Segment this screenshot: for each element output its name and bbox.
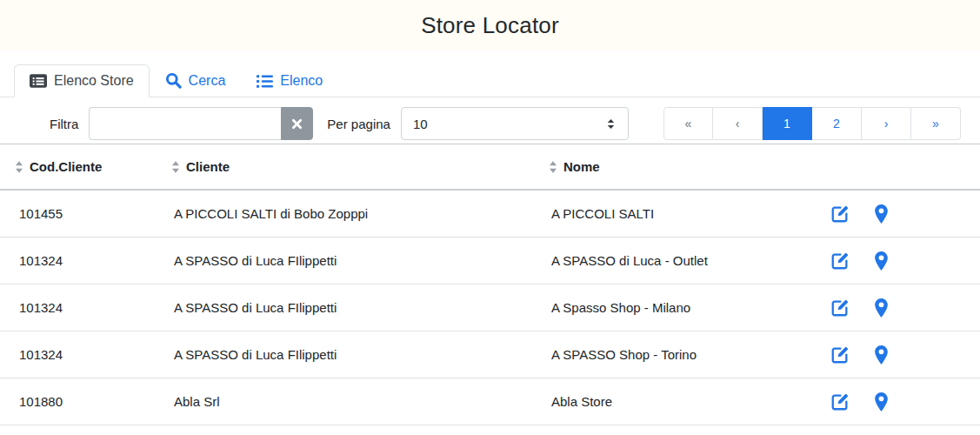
cell-nome: A SPASSO di Luca - Outlet	[532, 253, 813, 268]
map-marker-button[interactable]	[874, 392, 889, 412]
map-marker-icon	[874, 392, 889, 412]
table-header-row: Cod.Cliente Cliente Nome	[0, 144, 980, 191]
map-marker-icon	[874, 251, 889, 271]
cell-cod-cliente: 101324	[0, 347, 155, 362]
cell-cliente: Abla Srl	[155, 394, 532, 409]
column-header-cliente[interactable]: Cliente	[155, 159, 532, 174]
edit-button[interactable]	[830, 345, 850, 365]
pagination-prev-button: ‹	[713, 107, 763, 140]
store-table: Cod.Cliente Cliente Nome 101455 A	[0, 144, 980, 425]
filter-input-group	[89, 107, 313, 140]
column-label: Nome	[563, 159, 600, 174]
edit-icon	[830, 345, 850, 365]
per-page-label: Per pagina	[327, 117, 390, 131]
page-header: Store Locator	[0, 0, 980, 50]
column-header-cod-cliente[interactable]: Cod.Cliente	[0, 159, 155, 174]
pagination-page-1-button[interactable]: 1	[763, 107, 812, 140]
x-icon	[291, 118, 303, 130]
search-icon	[165, 72, 182, 89]
table-row: 101324 A SPASSO di Luca FIlippetti A SPA…	[0, 331, 980, 378]
table-body: 101455 A PICCOLI SALTI di Bobo Zopppi A …	[0, 191, 980, 425]
up-down-arrows-icon	[605, 117, 617, 130]
map-marker-icon	[874, 345, 889, 365]
tab-cerca[interactable]: Cerca	[150, 64, 242, 97]
row-actions	[813, 345, 980, 365]
column-label: Cliente	[186, 159, 230, 174]
list-icon	[257, 74, 273, 89]
cell-nome: A SPASSO Shop - Torino	[532, 347, 813, 362]
map-marker-button[interactable]	[874, 251, 889, 271]
table-row: 101324 A SPASSO di Luca FIlippetti A Spa…	[0, 284, 980, 331]
cell-nome: Abla Store	[532, 394, 813, 409]
pagination-next-button[interactable]: ›	[862, 107, 911, 140]
pagination-page-2-button[interactable]: 2	[812, 107, 862, 140]
cell-cod-cliente: 101324	[0, 300, 155, 315]
pagination: « ‹ 1 2 › »	[663, 107, 961, 140]
cell-cliente: A PICCOLI SALTI di Bobo Zopppi	[155, 206, 532, 221]
tab-bar: Elenco Store Cerca Elenco	[0, 61, 980, 97]
filter-label: Filtra	[50, 117, 78, 131]
sort-arrows-icon	[14, 160, 24, 174]
edit-icon	[830, 204, 850, 224]
per-page-select[interactable]: 10	[401, 107, 629, 140]
map-marker-icon	[874, 298, 889, 318]
table-controls: Filtra Per pagina 10 « ‹ 1 2 › »	[0, 107, 980, 140]
edit-icon	[830, 251, 850, 271]
cell-cod-cliente: 101455	[0, 206, 155, 221]
table-row: 101880 Abla Srl Abla Store	[0, 378, 980, 425]
cell-cliente: A SPASSO di Luca FIlippetti	[155, 347, 532, 362]
tab-elenco-store[interactable]: Elenco Store	[14, 64, 150, 97]
tab-label: Elenco Store	[54, 73, 134, 89]
tab-elenco[interactable]: Elenco	[241, 64, 338, 97]
map-marker-button[interactable]	[874, 204, 889, 224]
sort-arrows-icon	[548, 160, 558, 174]
filter-input[interactable]	[89, 107, 281, 140]
tab-label: Cerca	[189, 73, 226, 89]
cell-cod-cliente: 101324	[0, 253, 155, 268]
map-marker-icon	[874, 204, 889, 224]
sort-arrows-icon	[170, 160, 181, 174]
cell-cliente: A SPASSO di Luca FIlippetti	[155, 253, 532, 268]
cell-nome: A PICCOLI SALTI	[532, 206, 813, 221]
clear-filter-button[interactable]	[281, 107, 313, 140]
cell-cod-cliente: 101880	[0, 394, 155, 409]
edit-button[interactable]	[830, 251, 850, 271]
edit-button[interactable]	[830, 298, 850, 318]
edit-icon	[830, 392, 850, 412]
column-label: Cod.Cliente	[30, 159, 102, 174]
tab-label: Elenco	[280, 73, 323, 89]
cell-cliente: A SPASSO di Luca FIlippetti	[155, 300, 532, 315]
column-header-nome[interactable]: Nome	[532, 159, 813, 174]
pagination-last-button[interactable]: »	[911, 107, 961, 140]
row-actions	[813, 298, 980, 318]
row-actions	[813, 392, 980, 412]
table-list-icon	[30, 73, 47, 89]
edit-button[interactable]	[830, 204, 850, 224]
row-actions	[813, 204, 980, 224]
map-marker-button[interactable]	[874, 345, 889, 365]
cell-nome: A Spasso Shop - Milano	[532, 300, 813, 315]
map-marker-button[interactable]	[874, 298, 889, 318]
table-row: 101324 A SPASSO di Luca FIlippetti A SPA…	[0, 238, 980, 284]
per-page-value: 10	[413, 117, 428, 131]
edit-button[interactable]	[830, 392, 850, 412]
pagination-first-button: «	[663, 107, 713, 140]
edit-icon	[830, 298, 850, 318]
table-row: 101455 A PICCOLI SALTI di Bobo Zopppi A …	[0, 191, 980, 238]
row-actions	[813, 251, 980, 271]
page-title: Store Locator	[421, 12, 559, 39]
